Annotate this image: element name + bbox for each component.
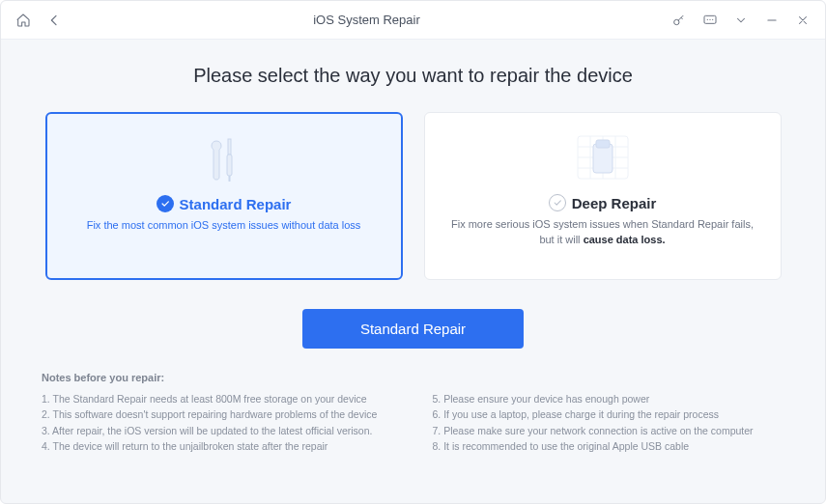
note-item: Please ensure your device has enough pow… — [433, 391, 785, 406]
home-icon[interactable] — [14, 12, 32, 29]
primary-action-button[interactable]: Standard Repair — [302, 309, 524, 349]
feedback-icon[interactable] — [701, 12, 719, 29]
notes-title: Notes before you repair: — [42, 372, 784, 383]
note-item: The Standard Repair needs at least 800M … — [42, 391, 394, 406]
svg-rect-15 — [596, 140, 610, 148]
deep-repair-desc: Fix more serious iOS system issues when … — [448, 217, 757, 248]
note-item: It is recommended to use the original Ap… — [433, 438, 785, 454]
note-item: If you use a laptop, please charge it du… — [433, 406, 785, 422]
check-icon — [157, 195, 174, 212]
svg-rect-6 — [227, 154, 232, 176]
mode-cards: Standard Repair Fix the most common iOS … — [42, 112, 784, 280]
page-headline: Please select the way you want to repair… — [42, 65, 784, 87]
close-icon[interactable] — [794, 12, 812, 29]
minimize-icon[interactable] — [763, 12, 781, 29]
app-window: iOS System Repair Please select the way … — [0, 0, 826, 504]
tools-icon — [71, 129, 378, 187]
key-icon[interactable] — [670, 12, 688, 29]
window-title: iOS System Repair — [63, 13, 670, 27]
note-item: This software doesn't support repairing … — [42, 406, 394, 422]
device-icon — [448, 128, 757, 186]
svg-point-4 — [712, 18, 713, 19]
note-item: Please make sure your network connection… — [433, 423, 785, 438]
deep-repair-card[interactable]: Deep Repair Fix more serious iOS system … — [424, 112, 782, 280]
note-item: The device will return to the unjailbrok… — [42, 438, 394, 454]
svg-point-2 — [707, 18, 708, 19]
notes-section: Notes before you repair: The Standard Re… — [42, 372, 784, 454]
check-icon — [549, 194, 566, 211]
svg-rect-5 — [228, 139, 231, 154]
titlebar: iOS System Repair — [1, 1, 825, 40]
content-area: Please select the way you want to repair… — [1, 40, 825, 503]
standard-repair-card[interactable]: Standard Repair Fix the most common iOS … — [45, 112, 403, 280]
deep-repair-title: Deep Repair — [572, 195, 657, 211]
standard-repair-title: Standard Repair — [180, 196, 292, 212]
chevron-down-icon[interactable] — [732, 12, 750, 29]
note-item: After repair, the iOS version will be up… — [42, 423, 394, 438]
svg-point-3 — [709, 18, 710, 19]
standard-repair-desc: Fix the most common iOS system issues wi… — [87, 218, 361, 234]
back-icon[interactable] — [45, 12, 63, 29]
